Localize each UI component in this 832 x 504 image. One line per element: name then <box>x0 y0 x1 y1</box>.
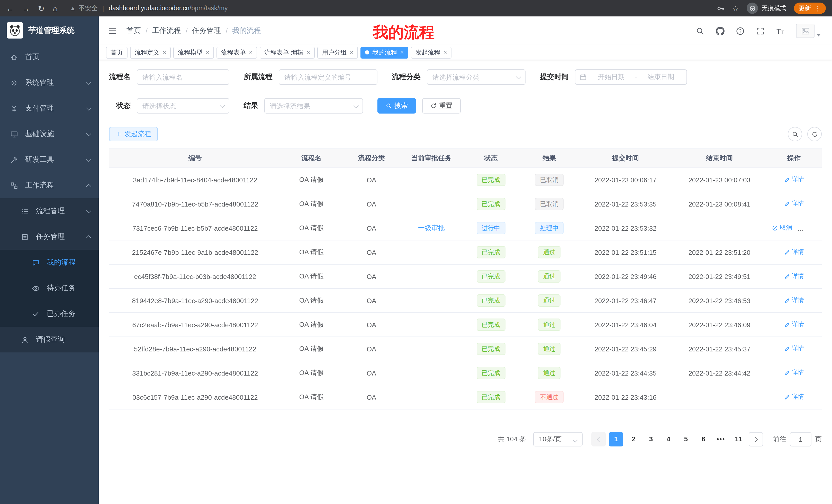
sidebar-item-done-task[interactable]: 已办任务 <box>0 301 99 327</box>
user-avatar[interactable] <box>796 24 821 38</box>
category-select[interactable] <box>427 69 525 85</box>
chevron-up-icon <box>86 184 91 189</box>
goto-page-input[interactable] <box>790 432 811 446</box>
app-logo[interactable]: 芋道管理系统 <box>0 17 99 44</box>
prev-page-button[interactable] <box>591 432 606 446</box>
page-size-value: 10条/页 <box>539 435 562 444</box>
back-icon[interactable]: ← <box>6 4 14 12</box>
help-icon[interactable]: ? <box>736 26 745 35</box>
table-row: 2152467e-7b9b-11ec-9a1b-acde48001122OA 请… <box>109 240 822 264</box>
tab-item-7[interactable]: 发起流程× <box>411 47 451 58</box>
close-icon[interactable]: × <box>400 49 404 55</box>
detail-button[interactable]: 详情 <box>784 272 804 281</box>
close-icon[interactable]: × <box>350 49 353 55</box>
cell-result: 不通过 <box>520 385 578 409</box>
cell-status: 已完成 <box>462 288 520 313</box>
cell-process-name: OA 请假 <box>281 168 342 192</box>
close-icon[interactable]: × <box>206 49 209 55</box>
font-size-icon[interactable]: TT <box>776 26 785 35</box>
sidebar-item-my-process[interactable]: 我的流程 <box>0 250 99 275</box>
home-icon[interactable]: ⌂ <box>53 4 57 12</box>
cell-result: 处理中 <box>520 216 578 240</box>
update-button[interactable]: 更新 ⋮ <box>794 3 826 14</box>
address-bar[interactable]: ▲ 不安全 | dashboard.yudao.iocoder.cn /bpm/… <box>70 4 717 12</box>
screen: ← → ↻ ⌂ ▲ 不安全 | dashboard.yudao.iocoder.… <box>0 0 832 504</box>
sidebar-item-process-manage[interactable]: 流程管理 <box>0 198 99 224</box>
forward-icon[interactable]: → <box>22 4 30 12</box>
toggle-search-button[interactable] <box>788 127 802 141</box>
cell-end-time: 2022-01-22 23:51:20 <box>672 240 766 264</box>
breadcrumb-item[interactable]: 任务管理 <box>192 26 221 35</box>
pager-page-4[interactable]: 4 <box>661 432 676 446</box>
tab-item-6[interactable]: 我的流程× <box>361 47 408 58</box>
submit-time-range-picker[interactable]: 开始日期 - 结束日期 <box>575 69 687 85</box>
tab-item-1[interactable]: 流程定义× <box>130 47 171 58</box>
pager-page-1[interactable]: 1 <box>609 432 623 446</box>
sidebar-item-todo-task[interactable]: 待办任务 <box>0 275 99 301</box>
sidebar-item-label: 待办任务 <box>47 284 90 293</box>
hamburger-icon[interactable] <box>108 26 117 35</box>
breadcrumb-item[interactable]: 工作流程 <box>152 26 181 35</box>
sidebar-item-task-manage[interactable]: 任务管理 <box>0 224 99 250</box>
pager-page-3[interactable]: 3 <box>644 432 658 446</box>
close-icon[interactable]: × <box>443 49 447 55</box>
pager-page-5[interactable]: 5 <box>679 432 693 446</box>
detail-button[interactable]: 详情 <box>784 344 804 353</box>
sidebar-item-infrastructure[interactable]: 基础设施 <box>0 121 99 147</box>
detail-button[interactable]: 详情 <box>784 200 804 208</box>
result-select[interactable] <box>264 98 363 114</box>
sidebar-item-system[interactable]: 系统管理 <box>0 70 99 95</box>
detail-button[interactable]: 详情 <box>784 369 804 377</box>
refresh-table-button[interactable] <box>807 127 822 141</box>
column-header: 结果 <box>520 149 578 168</box>
status-badge: 进行中 <box>476 222 505 234</box>
sidebar-item-payment[interactable]: 支付管理 <box>0 95 99 121</box>
cell-id: 03c6c157-7b9a-11ec-a290-acde48001122 <box>109 385 281 409</box>
process-name-input[interactable] <box>137 69 229 85</box>
key-icon[interactable] <box>717 4 724 12</box>
reload-icon[interactable]: ↻ <box>38 4 45 12</box>
pager-page-11[interactable]: 11 <box>731 432 746 446</box>
github-icon[interactable] <box>716 26 725 35</box>
tab-item-2[interactable]: 流程模型× <box>173 47 214 58</box>
browser-menu-icon[interactable]: ⋮ <box>814 4 821 12</box>
tab-item-0[interactable]: 首页 <box>106 47 128 58</box>
create-process-button[interactable]: 发起流程 <box>109 127 158 141</box>
next-page-button[interactable] <box>749 432 763 446</box>
search-button[interactable]: 搜索 <box>378 98 416 114</box>
sidebar-item-leave-query[interactable]: 请假查询 <box>0 327 99 353</box>
sidebar-item-devtools[interactable]: 研发工具 <box>0 147 99 173</box>
sidebar-item-label: 系统管理 <box>25 78 87 87</box>
pager-page-2[interactable]: 2 <box>626 432 641 446</box>
cell-submit-time: 2022-01-22 23:51:15 <box>578 240 672 264</box>
bookmark-star-icon[interactable]: ☆ <box>732 4 739 12</box>
page-size-select[interactable]: 10条/页 <box>533 432 582 446</box>
breadcrumb-item[interactable]: 首页 <box>127 26 141 35</box>
pager-page-6[interactable]: 6 <box>696 432 711 446</box>
tab-item-3[interactable]: 流程表单× <box>216 47 257 58</box>
detail-button[interactable]: 详情 <box>784 296 804 305</box>
pager-ellipsis[interactable]: ••• <box>714 432 728 446</box>
task-link[interactable]: 一级审批 <box>418 224 445 232</box>
detail-button[interactable]: 详情 <box>784 320 804 329</box>
sidebar-item-label: 请假查询 <box>36 335 90 344</box>
status-select[interactable] <box>137 98 229 114</box>
reset-button[interactable]: 重置 <box>422 98 461 114</box>
tab-item-4[interactable]: 流程表单-编辑× <box>260 47 315 58</box>
sidebar-item-workflow[interactable]: 工作流程 <box>0 173 99 198</box>
detail-button[interactable]: 详情 <box>784 393 804 401</box>
close-icon[interactable]: × <box>249 49 253 55</box>
fullscreen-icon[interactable] <box>756 26 765 35</box>
close-icon[interactable]: × <box>162 49 166 55</box>
status-badge: 已完成 <box>476 246 505 258</box>
process-definition-input[interactable] <box>279 69 378 85</box>
filter-label-definition: 所属流程 <box>244 73 272 82</box>
detail-button[interactable]: 详情 <box>784 175 804 184</box>
cancel-button[interactable]: 取消 <box>772 224 792 232</box>
detail-button[interactable]: 详情 <box>784 248 804 257</box>
tab-item-5[interactable]: 用户分组× <box>317 47 358 58</box>
status-badge: 处理中 <box>535 222 564 234</box>
close-icon[interactable]: × <box>307 49 310 55</box>
sidebar-item-home[interactable]: 首页 <box>0 44 99 70</box>
search-icon[interactable] <box>696 26 704 35</box>
